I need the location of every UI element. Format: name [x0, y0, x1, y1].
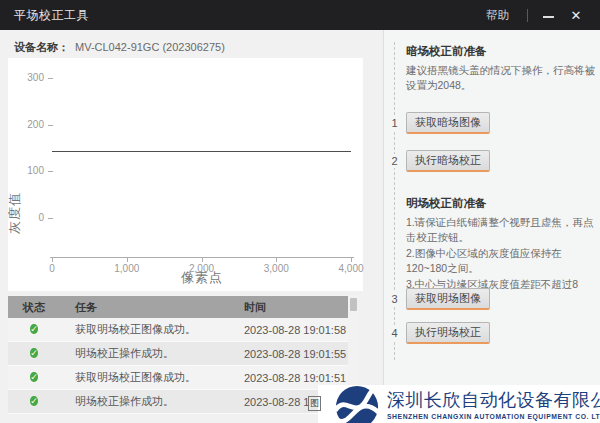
y-tick-mark [48, 218, 53, 219]
dark-field-section-title: 暗场校正前准备 [406, 44, 487, 59]
company-name-block: 深圳长欣自动化设备有限公司 SHENZHEN CHANGXIN AUTOMATI… [387, 388, 600, 420]
table-header-status: 状态 [8, 300, 60, 315]
y-tick-mark [48, 171, 53, 172]
x-tick-label: 4,000 [331, 263, 371, 274]
task-log-table: 状态 任务 时间 ✓获取明场校正图像成功。2023-08-28 19:01:58… [8, 296, 358, 414]
x-tick-mark [202, 258, 203, 262]
success-check-icon: ✓ [30, 324, 38, 334]
status-cell: ✓ [8, 370, 60, 385]
status-cell: ✓ [8, 394, 60, 409]
device-name-label: 设备名称： [14, 41, 69, 53]
get-bright-field-image-button[interactable]: 获取明场图像 [406, 288, 490, 310]
get-dark-field-image-button[interactable]: 获取暗场图像 [406, 112, 490, 134]
y-tick-label: 0 [8, 212, 44, 224]
success-check-icon: ✓ [30, 348, 38, 358]
y-tick-label: 300 [8, 72, 44, 84]
y-tick-label: 100 [8, 165, 44, 177]
table-header-task: 任务 [60, 300, 232, 315]
task-cell: 明场校正操作成功。 [60, 346, 232, 361]
minimize-button[interactable] [538, 5, 558, 25]
device-row: 设备名称：MV-CL042-91GC (202306275) [14, 40, 225, 55]
x-tick-label: 0 [32, 263, 72, 274]
step-4-number: 4 [388, 326, 401, 340]
close-icon: ✕ [571, 8, 582, 23]
task-cell: 获取明场校正图像成功。 [60, 322, 232, 337]
minimize-icon [543, 16, 554, 18]
y-tick-mark [48, 78, 53, 79]
company-watermark: 深圳长欣自动化设备有限公司 SHENZHEN CHANGXIN AUTOMATI… [318, 385, 600, 423]
close-button[interactable]: ✕ [566, 5, 586, 25]
run-dark-field-correction-button[interactable]: 执行暗场校正 [406, 150, 490, 172]
broken-image-glyph: 图 [308, 396, 321, 411]
device-name-value: MV-CL042-91GC (202306275) [75, 41, 225, 53]
x-tick-label: 2,000 [182, 263, 222, 274]
time-cell: 2023-08-28 19:01:58 [232, 324, 348, 336]
x-tick-label: 3,000 [256, 263, 296, 274]
status-cell: ✓ [8, 346, 60, 361]
x-tick-mark [52, 258, 53, 262]
titlebar-controls: 帮助 ✕ [480, 4, 586, 27]
status-cell: ✓ [8, 322, 60, 337]
y-tick-mark [48, 125, 53, 126]
table-scrollbar-thumb[interactable] [350, 298, 357, 311]
company-name-en: SHENZHEN CHANGXIN AUTOMATION EQUIPMENT C… [387, 413, 600, 420]
success-check-icon: ✓ [30, 372, 38, 382]
titlebar-divider [527, 9, 528, 22]
bright-field-note-2: 2.图像中心区域的灰度值应保持在120~180之间。 [406, 246, 598, 276]
time-cell: 2023-08-28 19:01:51 [232, 372, 348, 384]
title-bar: 平场校正工具 帮助 ✕ [0, 0, 600, 30]
company-logo-icon [334, 385, 380, 423]
x-tick-label: 1,000 [107, 263, 147, 274]
step-connector-line [394, 42, 395, 360]
step-3-number: 3 [388, 292, 401, 306]
step-2-number: 2 [388, 154, 401, 168]
run-bright-field-correction-button[interactable]: 执行明场校正 [406, 322, 490, 344]
task-cell: 获取明场校正图像成功。 [60, 370, 232, 385]
bright-field-note-1: 1.请保证白纸铺满整个视野且虚焦，再点击校正按钮。 [406, 215, 598, 245]
calibration-panel: 暗场校正前准备 建议捂黑镜头盖的情况下操作，行高将被设置为2048。 1 获取暗… [383, 30, 600, 423]
window-title: 平场校正工具 [14, 7, 89, 24]
gray-value-series-line [52, 151, 351, 152]
x-tick-mark [351, 258, 352, 262]
table-row: ✓获取明场校正图像成功。2023-08-28 19:01:51 [8, 366, 348, 390]
company-name-cn: 深圳长欣自动化设备有限公司 [387, 388, 600, 412]
dark-field-section-desc: 建议捂黑镜头盖的情况下操作，行高将被设置为2048。 [406, 63, 598, 93]
x-tick-mark [127, 258, 128, 262]
gray-value-chart: 灰度值 像素点 010020030001,0002,0003,0004,000 [8, 58, 363, 291]
step-1-number: 1 [388, 116, 401, 130]
bright-field-section-title: 明场校正前准备 [406, 196, 487, 211]
table-body: ✓获取明场校正图像成功。2023-08-28 19:01:58✓明场校正操作成功… [8, 318, 358, 414]
table-header-time: 时间 [232, 300, 348, 315]
task-cell: 明场校正操作成功。 [60, 394, 232, 409]
table-header-row: 状态 任务 时间 [8, 296, 348, 318]
success-check-icon: ✓ [30, 396, 38, 406]
table-row: ✓明场校正操作成功。2023-08-28 1 [8, 390, 348, 414]
y-tick-label: 200 [8, 119, 44, 131]
table-row: ✓获取明场校正图像成功。2023-08-28 19:01:58 [8, 318, 348, 342]
table-row: ✓明场校正操作成功。2023-08-28 19:01:55 [8, 342, 348, 366]
x-tick-mark [276, 258, 277, 262]
help-button[interactable]: 帮助 [480, 4, 515, 27]
time-cell: 2023-08-28 19:01:55 [232, 348, 348, 360]
